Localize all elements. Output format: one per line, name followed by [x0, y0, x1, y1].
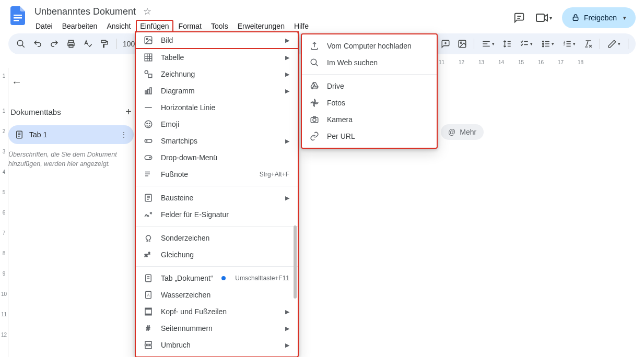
print-icon[interactable]	[64, 37, 78, 51]
svg-rect-53	[148, 89, 149, 94]
checklist-icon[interactable]: ▾	[517, 37, 536, 51]
watermark-icon	[143, 290, 154, 300]
svg-rect-5	[536, 14, 544, 21]
redo-icon[interactable]	[47, 37, 62, 51]
insert-image-icon[interactable]	[455, 37, 470, 51]
menu-item-table[interactable]: Tabelle▶	[136, 49, 298, 66]
menu-item-drive[interactable]: Drive	[302, 78, 437, 94]
share-button[interactable]: Freigeben ▾	[562, 7, 636, 28]
menu-item-tabdoc[interactable]: Tab „Dokument“Umschalttaste+F11	[136, 270, 298, 287]
back-arrow-icon[interactable]: ←	[8, 73, 134, 91]
align-icon[interactable]: ▾	[478, 37, 498, 51]
scrollbar-thumb[interactable]	[294, 225, 297, 299]
chart-icon	[143, 86, 154, 96]
menu-format[interactable]: Format	[174, 20, 206, 32]
menu-item-label: Gleichung	[161, 251, 289, 259]
menu-item-smartchip[interactable]: Smartchips▶	[136, 133, 298, 149]
menu-item-break[interactable]: Umbruch▶	[136, 337, 298, 353]
menu-item-footnote[interactable]: FußnoteStrg+Alt+F	[136, 166, 298, 183]
share-dropdown-arrow[interactable]: ▾	[623, 15, 626, 21]
break-icon	[143, 340, 154, 350]
svg-rect-76	[145, 308, 151, 310]
menu-einfügen[interactable]: Einfügen	[136, 20, 173, 32]
menu-item-esign[interactable]: Felder für E-Signatur	[136, 206, 298, 223]
svg-rect-12	[101, 40, 106, 43]
add-tab-icon[interactable]: +	[125, 106, 132, 118]
menu-item-label: Wasserzeichen	[161, 291, 289, 299]
svg-point-56	[145, 121, 152, 128]
undo-icon[interactable]	[30, 37, 45, 51]
svg-point-57	[147, 123, 148, 124]
pagenum-icon: #	[143, 323, 154, 334]
menu-item-photos[interactable]: Fotos	[302, 94, 437, 111]
menu-tools[interactable]: Tools	[207, 20, 232, 32]
equation-icon: π2	[143, 249, 154, 260]
numbered-list-icon[interactable]: 12▾	[559, 37, 579, 51]
search-icon[interactable]	[14, 37, 28, 51]
menu-item-headerfooter[interactable]: Kopf- und Fußzeilen▶	[136, 303, 298, 320]
clear-format-icon[interactable]	[581, 37, 595, 51]
menu-item-image[interactable]: Bild▶	[135, 31, 299, 49]
menu-item-emoji[interactable]: Emoji	[136, 116, 298, 133]
insert-comment-icon[interactable]	[438, 37, 453, 51]
menu-item-upload[interactable]: Vom Computer hochladen	[302, 38, 437, 54]
menu-bearbeiten[interactable]: Bearbeiten	[58, 20, 102, 32]
submenu-arrow-icon: ▶	[285, 325, 289, 332]
svg-point-16	[460, 42, 462, 43]
photos-icon	[309, 98, 320, 108]
menu-item-blocks[interactable]: Bausteine▶	[136, 189, 298, 206]
menu-ansicht[interactable]: Ansicht	[102, 20, 135, 32]
comment-history-icon[interactable]	[512, 10, 526, 25]
meet-icon[interactable]: ▾	[535, 10, 554, 25]
svg-rect-61	[145, 156, 152, 160]
svg-rect-54	[150, 88, 151, 94]
outline-title: Dokumenttabs	[10, 108, 61, 116]
submenu-arrow-icon: ▶	[285, 54, 289, 61]
smartchip-icon	[143, 136, 154, 146]
outline-hint: Überschriften, die Sie dem Dokument hinz…	[8, 150, 134, 169]
menu-item-chart[interactable]: Diagramm▶	[136, 82, 298, 99]
svg-point-58	[149, 123, 150, 124]
menu-item-label: Zeichnung	[161, 70, 278, 78]
svg-text:#: #	[146, 325, 150, 332]
headerfooter-icon	[143, 306, 154, 317]
menu-hilfe[interactable]: Hilfe	[290, 20, 313, 32]
star-icon[interactable]: ☆	[143, 6, 151, 17]
menu-item-label: Smartchips	[161, 137, 278, 145]
menu-item-special[interactable]: Sonderzeichen	[136, 230, 298, 246]
more-chip[interactable]: @ Mehr	[441, 124, 484, 140]
menu-item-pagenum[interactable]: #Seitennummern▶	[136, 320, 298, 337]
docs-logo[interactable]	[8, 6, 27, 25]
document-title[interactable]: Unbenanntes Dokument	[31, 5, 139, 18]
menu-item-watermark[interactable]: Wasserzeichen	[136, 287, 298, 303]
svg-rect-2	[14, 20, 19, 21]
menu-erweiterungen[interactable]: Erweiterungen	[233, 20, 289, 32]
menu-item-hr[interactable]: Horizontale Linie	[136, 99, 298, 116]
tab-menu-icon[interactable]: ⋮	[120, 130, 127, 139]
svg-point-25	[543, 41, 544, 42]
submenu-arrow-icon: ▶	[285, 37, 289, 44]
menu-item-label: Sonderzeichen	[161, 234, 289, 242]
paint-format-icon[interactable]	[97, 37, 112, 51]
svg-point-60	[146, 140, 148, 142]
menu-item-drawing[interactable]: Zeichnung▶	[136, 66, 298, 82]
line-spacing-icon[interactable]	[500, 37, 514, 51]
menu-item-label: Bild	[161, 36, 278, 44]
menu-item-dropdown[interactable]: Drop-down-Menü	[136, 149, 298, 166]
tab-item[interactable]: Tab 1 ⋮	[8, 125, 134, 144]
editing-mode-icon[interactable]: ▾	[604, 37, 624, 51]
spellcheck-icon[interactable]	[80, 37, 95, 51]
menu-item-label: Umbruch	[161, 341, 278, 349]
menu-item-equation[interactable]: π2Gleichung	[136, 246, 298, 263]
svg-text:π: π	[145, 252, 148, 258]
menu-item-url[interactable]: Per URL	[302, 128, 437, 145]
bulleted-list-icon[interactable]: ▾	[538, 37, 557, 51]
upload-icon	[309, 41, 320, 51]
emoji-icon	[143, 119, 154, 129]
svg-rect-6	[573, 17, 578, 21]
searchweb-icon	[309, 57, 320, 68]
menu-datei[interactable]: Datei	[31, 20, 57, 32]
menu-item-searchweb[interactable]: Im Web suchen	[302, 54, 437, 71]
svg-point-50	[145, 70, 148, 74]
menu-item-camera[interactable]: Kamera	[302, 111, 437, 128]
